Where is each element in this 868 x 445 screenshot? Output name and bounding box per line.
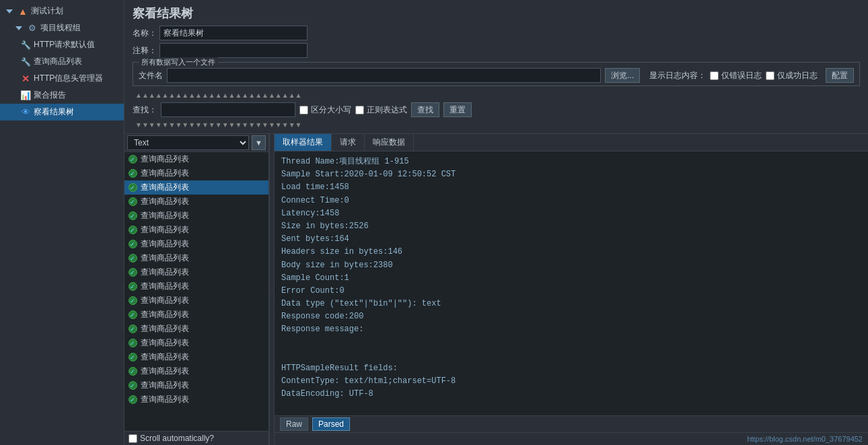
- check-icon: ✓: [127, 296, 138, 306]
- tree-list[interactable]: ✓ 查询商品列表 ✓ 查询商品列表 ✓ 查询商品列表 ✓ 查询商品列表 ✓ 查询…: [124, 152, 268, 431]
- file-section: 所有数据写入一个文件 文件名 浏览... 显示日志内容： 仅错误日志 仅成功日志…: [133, 62, 860, 86]
- error-log-label: 仅错误日志: [721, 70, 762, 81]
- tree-item-label: 查询商品列表: [141, 168, 189, 179]
- tree-item-label: 查询商品列表: [141, 267, 189, 278]
- tab-request[interactable]: 请求: [332, 134, 365, 151]
- tree-item[interactable]: ✓ 查询商品列表: [124, 265, 268, 279]
- search-bar: 查找： 区分大小写 正则表达式 查找 重置: [133, 100, 860, 120]
- sidebar-item-label: 聚合报告: [34, 90, 66, 101]
- check-icon: ✓: [127, 211, 138, 221]
- file-row: 文件名 浏览... 显示日志内容： 仅错误日志 仅成功日志 配置: [139, 65, 854, 83]
- tree-item[interactable]: ✓ 查询商品列表: [124, 350, 268, 364]
- split-handle[interactable]: ···: [269, 134, 275, 445]
- success-log-checkbox[interactable]: [766, 71, 774, 80]
- tree-item[interactable]: ✓ 查询商品列表: [124, 308, 268, 322]
- config-button[interactable]: 配置: [826, 68, 854, 83]
- regex-checkbox-group: 正则表达式: [355, 104, 407, 116]
- check-icon: ✓: [127, 395, 138, 405]
- sidebar-item-view-results[interactable]: 👁 察看结果树: [0, 104, 124, 121]
- success-circle: ✓: [129, 339, 137, 347]
- tabs-bar: 取样器结果请求响应数据: [275, 134, 868, 151]
- success-circle: ✓: [129, 169, 137, 178]
- regex-checkbox[interactable]: [355, 106, 364, 114]
- wrench-icon: 🔧: [20, 40, 31, 50]
- tree-item[interactable]: ✓ 查询商品列表: [124, 279, 268, 294]
- tree-item-label: 查询商品列表: [141, 309, 189, 320]
- tab-sampler-result[interactable]: 取样器结果: [275, 134, 332, 151]
- detail-line: Connect Time:0: [281, 195, 861, 207]
- check-icon: ✓: [127, 253, 138, 264]
- sidebar-item-test-plan[interactable]: ▲ 测试计划: [0, 3, 124, 20]
- gear-icon: ⚙: [27, 23, 38, 34]
- tree-item[interactable]: ✓ 查询商品列表: [124, 166, 268, 180]
- tab-response-data[interactable]: 响应数据: [365, 134, 414, 151]
- success-circle: ✓: [129, 282, 137, 291]
- file-label: 文件名: [139, 70, 163, 81]
- detail-line: Error Count:0: [281, 285, 861, 298]
- sidebar-item-thread-group[interactable]: ⚙ 项目线程组: [0, 20, 124, 36]
- tree-item[interactable]: ✓ 查询商品列表: [124, 378, 268, 392]
- error-log-checkbox[interactable]: [710, 71, 719, 80]
- browse-button[interactable]: 浏览...: [605, 68, 640, 83]
- collapse-row-top[interactable]: ▲▲▲▲▲▲▲▲▲▲▲▲▲▲▲▲▲▲▲▲▲▲▲▲▲: [133, 90, 860, 100]
- search-input[interactable]: [161, 102, 295, 117]
- tree-footer: Scroll automatically?: [124, 431, 268, 445]
- name-input[interactable]: [159, 26, 308, 40]
- main-area: 察看结果树 名称： 注释： 所有数据写入一个文件 文件名 浏览... 显示日志内…: [124, 0, 868, 445]
- success-circle: ✓: [129, 353, 137, 362]
- bottom-tab-raw[interactable]: Raw: [280, 417, 308, 431]
- log-content-label: 显示日志内容：: [649, 70, 706, 81]
- reset-button[interactable]: 重置: [443, 102, 472, 117]
- check-icon: ✓: [127, 366, 138, 377]
- tree-item[interactable]: ✓ 查询商品列表: [124, 336, 268, 350]
- search-button[interactable]: 查找: [411, 102, 439, 117]
- sidebar-item-query-list[interactable]: 🔧 查询商品列表: [0, 53, 124, 70]
- tree-item[interactable]: ✓ 查询商品列表: [124, 251, 268, 265]
- scroll-auto-checkbox[interactable]: [129, 434, 137, 443]
- detail-line: Response message:: [281, 323, 861, 336]
- check-icon: ✓: [127, 168, 138, 179]
- bottom-tab-parsed[interactable]: Parsed: [312, 417, 350, 431]
- tree-item-label: 查询商品列表: [141, 380, 189, 391]
- url-link: https://blog.csdn.net/m0_37679452: [747, 435, 863, 443]
- check-icon: ✓: [127, 352, 138, 363]
- check-icon: ✓: [127, 225, 138, 236]
- right-panel: 取样器结果请求响应数据 Thread Name:项目线程组 1-915Sampl…: [275, 134, 868, 445]
- tree-item[interactable]: ✓ 查询商品列表: [124, 392, 268, 407]
- scroll-auto-label: Scroll automatically?: [140, 434, 214, 443]
- tree-item[interactable]: ✓ 查询商品列表: [124, 364, 268, 378]
- bottom-tabs-bar: RawParsed: [275, 415, 868, 432]
- case-checkbox[interactable]: [299, 106, 308, 114]
- type-select[interactable]: Text RegExp Tester CSS/JQuery Tester XPa…: [127, 135, 249, 150]
- tree-item-label: 查询商品列表: [141, 351, 189, 363]
- tree-item-label: 查询商品列表: [141, 210, 189, 221]
- sidebar-item-aggregate-report[interactable]: 📊 聚合报告: [0, 87, 124, 104]
- comment-row: 注释：: [133, 43, 860, 58]
- success-circle: ✓: [129, 381, 137, 390]
- tree-item[interactable]: ✓ 查询商品列表: [124, 322, 268, 336]
- tree-item[interactable]: ✓ 查询商品列表: [124, 209, 268, 223]
- regex-label: 正则表达式: [367, 104, 407, 116]
- success-circle: ✓: [129, 367, 137, 376]
- detail-line: ContentType: text/html;charset=UTF-8: [281, 375, 861, 388]
- detail-line: Sample Start:2020-01-09 12:50:52 CST: [281, 168, 861, 181]
- sidebar-item-http-defaults[interactable]: 🔧 HTTP请求默认值: [0, 36, 124, 53]
- tree-item[interactable]: ✓ 查询商品列表: [124, 180, 268, 195]
- sidebar-item-http-header[interactable]: ✕ HTTP信息头管理器: [0, 70, 124, 87]
- success-circle: ✓: [129, 395, 137, 404]
- sidebar-item-label: HTTP请求默认值: [34, 39, 95, 50]
- sidebar-item-label: 察看结果树: [34, 106, 74, 118]
- tree-item[interactable]: ✓ 查询商品列表: [124, 294, 268, 308]
- case-label: 区分大小写: [311, 104, 351, 116]
- wrench-icon2: 🔧: [20, 57, 31, 67]
- tree-item-label: 查询商品列表: [141, 394, 189, 405]
- comment-input[interactable]: [159, 43, 308, 58]
- tree-item[interactable]: ✓ 查询商品列表: [124, 195, 268, 209]
- collapse-row-bottom[interactable]: ▼▼▼▼▼▼▼▼▼▼▼▼▼▼▼▼▼▼▼▼▼▼▼▼▼: [133, 120, 860, 129]
- tree-item[interactable]: ✓ 查询商品列表: [124, 223, 268, 237]
- file-input[interactable]: [167, 68, 601, 83]
- tree-item[interactable]: ✓ 查询商品列表: [124, 237, 268, 251]
- filter-button[interactable]: ▼: [252, 135, 266, 150]
- tree-item-label: 查询商品列表: [141, 281, 189, 292]
- tree-item[interactable]: ✓ 查询商品列表: [124, 152, 268, 166]
